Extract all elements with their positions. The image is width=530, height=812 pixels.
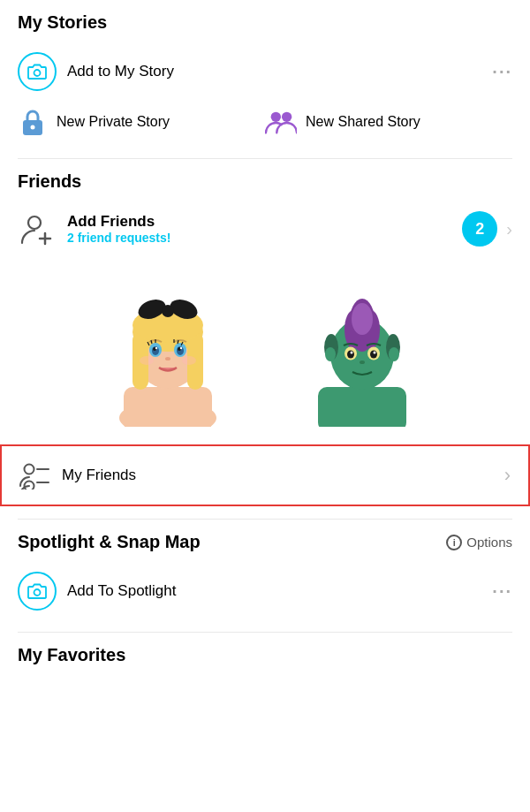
spotlight-header: Spotlight & Snap Map i Options bbox=[0, 520, 530, 559]
spotlight-section-title: Spotlight & Snap Map bbox=[18, 532, 201, 552]
add-friends-chevron: › bbox=[506, 219, 512, 239]
options-label: Options bbox=[466, 535, 512, 550]
new-shared-story-option[interactable]: New Shared Story bbox=[265, 107, 512, 137]
add-to-spotlight-more[interactable]: ··· bbox=[492, 581, 512, 602]
friends-list-svg bbox=[19, 461, 49, 489]
svg-point-26 bbox=[180, 347, 182, 349]
svg-point-48 bbox=[25, 465, 34, 474]
spotlight-camera-svg bbox=[27, 583, 47, 599]
my-friends-label: My Friends bbox=[62, 467, 496, 484]
add-to-spotlight-row[interactable]: Add To Spotlight ··· bbox=[0, 559, 530, 623]
new-private-story-option[interactable]: New Private Story bbox=[18, 107, 265, 137]
friends-section: Friends Add Friends 2 friend requests! 2… bbox=[0, 159, 530, 519]
svg-point-47 bbox=[389, 347, 399, 361]
svg-point-36 bbox=[352, 303, 373, 335]
my-stories-title: My Stories bbox=[0, 0, 530, 40]
svg-point-29 bbox=[182, 356, 196, 365]
my-friends-chevron: › bbox=[504, 464, 511, 487]
avatar-1-svg bbox=[106, 272, 230, 427]
spotlight-section: Spotlight & Snap Map i Options Add To Sp… bbox=[0, 520, 530, 632]
camera-icon bbox=[27, 64, 47, 80]
spotlight-camera-icon bbox=[18, 572, 57, 611]
svg-point-27 bbox=[165, 357, 170, 360]
svg-point-18 bbox=[162, 305, 174, 317]
svg-point-25 bbox=[155, 347, 157, 349]
svg-point-44 bbox=[374, 352, 376, 354]
lock-icon bbox=[18, 107, 48, 137]
svg-point-28 bbox=[140, 356, 154, 365]
add-to-my-story-row[interactable]: Add to My Story ··· bbox=[0, 40, 530, 103]
avatars-row bbox=[0, 259, 530, 441]
add-to-my-story-label: Add to My Story bbox=[67, 63, 492, 80]
camera-circle-icon bbox=[18, 52, 57, 91]
options-link[interactable]: i Options bbox=[446, 535, 512, 550]
svg-point-3 bbox=[271, 112, 281, 122]
my-favorites-title: My Favorites bbox=[0, 633, 530, 672]
add-friends-subtitle: 2 friend requests! bbox=[67, 231, 462, 245]
add-friends-title: Add Friends bbox=[67, 213, 462, 231]
svg-point-4 bbox=[282, 112, 292, 122]
svg-point-42 bbox=[370, 351, 377, 359]
svg-point-2 bbox=[31, 125, 35, 130]
avatar-2-svg bbox=[305, 281, 420, 427]
story-options-row: New Private Story New Shared Story bbox=[0, 103, 530, 149]
add-friends-text: Add Friends 2 friend requests! bbox=[67, 213, 462, 245]
svg-point-41 bbox=[347, 351, 354, 359]
add-friends-row[interactable]: Add Friends 2 friend requests! 2 › bbox=[0, 199, 530, 259]
svg-point-43 bbox=[351, 352, 353, 354]
svg-point-45 bbox=[360, 360, 365, 364]
svg-point-46 bbox=[325, 347, 336, 361]
my-friends-icon bbox=[19, 460, 49, 490]
lock-svg bbox=[20, 108, 45, 136]
svg-point-5 bbox=[28, 216, 41, 229]
svg-point-52 bbox=[34, 589, 41, 596]
people-svg bbox=[265, 109, 297, 135]
info-icon: i bbox=[446, 535, 462, 550]
avatar-1 bbox=[80, 268, 256, 427]
new-shared-story-label: New Shared Story bbox=[306, 114, 420, 130]
svg-rect-9 bbox=[124, 387, 212, 427]
add-friends-icon bbox=[18, 209, 57, 248]
new-private-story-label: New Private Story bbox=[57, 114, 170, 130]
add-person-svg bbox=[20, 212, 54, 246]
avatar-2 bbox=[274, 268, 450, 427]
add-to-my-story-more[interactable]: ··· bbox=[492, 62, 512, 82]
my-friends-row[interactable]: My Friends › bbox=[0, 444, 530, 506]
friends-title: Friends bbox=[0, 159, 530, 199]
my-favorites-section: My Favorites bbox=[0, 633, 530, 672]
my-stories-section: My Stories Add to My Story ··· New Priva… bbox=[0, 0, 530, 158]
svg-point-0 bbox=[34, 70, 41, 76]
friend-requests-badge: 2 bbox=[462, 211, 497, 247]
people-icon bbox=[265, 107, 297, 137]
add-to-spotlight-label: Add To Spotlight bbox=[67, 582, 492, 600]
svg-rect-30 bbox=[318, 387, 406, 427]
